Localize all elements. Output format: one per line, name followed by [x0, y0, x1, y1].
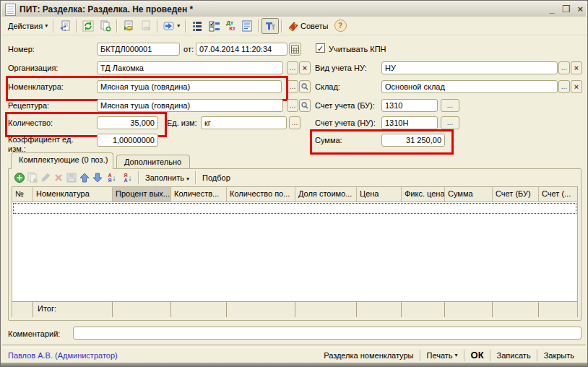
- tips-label: Советы: [301, 22, 328, 30]
- delete-icon: [53, 172, 64, 184]
- sum-input[interactable]: 31 250,00: [381, 134, 445, 147]
- account-nu-input[interactable]: 1310Н: [381, 116, 438, 129]
- date-label: от:: [183, 45, 194, 53]
- maximize-button[interactable]: ❒: [562, 4, 571, 14]
- unit-input[interactable]: кг: [201, 116, 287, 129]
- end-edit-button[interactable]: [65, 172, 78, 184]
- sort-asc-button[interactable]: АЯ↓: [104, 172, 120, 184]
- number-label: Номер:: [8, 45, 35, 53]
- col-number[interactable]: №: [12, 187, 33, 202]
- warehouse-label: Склад:: [315, 82, 340, 91]
- org-label: Организация:: [8, 64, 58, 72]
- nomenclature-open-button[interactable]: [299, 80, 311, 93]
- help-button[interactable]: ?: [332, 18, 350, 34]
- qty-input[interactable]: 35,000: [97, 116, 158, 129]
- comment-input[interactable]: [73, 327, 581, 340]
- org-input[interactable]: ТД Лакомка: [97, 61, 283, 74]
- unpost-doc-icon: [140, 20, 152, 32]
- col-cost-share[interactable]: Доля стоимо...: [295, 187, 357, 202]
- refresh-button[interactable]: [79, 18, 97, 34]
- add-row-button[interactable]: [13, 172, 26, 184]
- save-close-button[interactable]: [56, 18, 74, 34]
- title-bar: ПИТ: Разделка: Разделка. Не проведен * _…: [2, 2, 586, 17]
- help-icon: ?: [334, 20, 347, 32]
- svg-text:?: ?: [293, 22, 298, 29]
- fill-button[interactable]: Заполнить▾: [142, 173, 193, 182]
- nu-kind-clear-button[interactable]: ×: [571, 61, 582, 74]
- sort-asc-icon: АЯ↓: [108, 173, 116, 183]
- total-label: Итог:: [33, 302, 113, 317]
- recipe-select-button[interactable]: ...: [287, 99, 298, 112]
- col-quantity[interactable]: Количеств...: [171, 187, 227, 202]
- main-toolbar: Действия ▾ ▾: [2, 17, 586, 35]
- date-input[interactable]: 07.04.2014 11:20:34: [196, 43, 287, 56]
- refresh-icon: [82, 20, 94, 32]
- razdelka-nomenclature-button[interactable]: Разделка номенклатуры: [318, 351, 419, 360]
- warehouse-select-button[interactable]: ...: [558, 80, 570, 93]
- coef-label: Коэффициент ед. изм.:: [8, 135, 89, 154]
- recipe-open-button[interactable]: [299, 99, 311, 112]
- tab-components[interactable]: Комплектующие (0 поз.): [11, 152, 113, 169]
- tab-additional[interactable]: Дополнительно: [116, 155, 190, 169]
- visibility-settings-button[interactable]: [206, 18, 223, 34]
- checkbox-list-icon: [209, 20, 220, 32]
- kpn-checkbox[interactable]: ✓: [316, 43, 325, 53]
- components-pane: АЯ↓ ЯА↓ Заполнить▾ Подбор № Номенклатура…: [8, 168, 581, 321]
- org-select-button[interactable]: ...: [287, 61, 298, 74]
- unit-label: Ед. изм:: [167, 118, 197, 127]
- nu-kind-input[interactable]: НУ: [381, 61, 558, 74]
- type-filter-button[interactable]: [261, 18, 279, 34]
- col-nomenclature[interactable]: Номенклатура: [33, 187, 113, 202]
- list-settings-button[interactable]: [189, 18, 206, 34]
- col-quantity-by[interactable]: Количество по...: [227, 187, 295, 202]
- account-nu-select-button[interactable]: ...: [441, 116, 459, 129]
- col-sum[interactable]: Сумма: [445, 187, 493, 202]
- account-bu-input[interactable]: 1310: [381, 99, 438, 112]
- print-button[interactable]: Печать▾: [421, 351, 464, 360]
- unit-select-button[interactable]: ...: [289, 116, 301, 129]
- org-clear-button[interactable]: ×: [299, 61, 311, 74]
- col-account-bu[interactable]: Счет (БУ): [493, 187, 539, 202]
- col-price[interactable]: Цена: [357, 187, 402, 202]
- number-input[interactable]: БКТДЛ000001: [97, 43, 180, 56]
- coef-input[interactable]: 1,00000000: [97, 134, 158, 147]
- close-form-button[interactable]: Закрыть: [538, 351, 580, 360]
- ok-button[interactable]: ОК: [465, 350, 490, 360]
- report-button[interactable]: [238, 18, 256, 34]
- recipe-input[interactable]: Мясная туша (говядина): [97, 99, 283, 112]
- minimize-button[interactable]: _: [550, 4, 555, 14]
- tips-book-icon: ?: [287, 20, 299, 32]
- col-percent[interactable]: Процент вых...: [113, 187, 171, 202]
- dtkt-postings-button[interactable]: ДтКт: [223, 18, 238, 34]
- copy-button[interactable]: [97, 18, 114, 34]
- col-fixed-price[interactable]: Фикс. цена: [402, 187, 445, 202]
- sort-desc-button[interactable]: ЯА↓: [120, 172, 136, 184]
- end-edit-icon: [66, 172, 77, 184]
- actions-menu-button[interactable]: Действия ▾: [5, 18, 51, 34]
- edit-row-button[interactable]: [39, 172, 52, 184]
- warehouse-input[interactable]: Основной склад: [381, 80, 558, 93]
- post-document-button[interactable]: [120, 18, 137, 34]
- copy-row-button[interactable]: [26, 172, 39, 184]
- move-down-button[interactable]: [91, 172, 104, 184]
- account-nu-label: Счет учета (НУ):: [315, 118, 376, 127]
- table-body[interactable]: [12, 202, 577, 301]
- unpost-document-button[interactable]: [137, 18, 155, 34]
- warehouse-clear-button[interactable]: ×: [571, 80, 582, 93]
- close-button[interactable]: ×: [577, 4, 583, 14]
- account-bu-select-button[interactable]: ...: [441, 99, 459, 112]
- nu-kind-label: Вид учета НУ:: [315, 64, 367, 72]
- nomenclature-input[interactable]: Мясная туша (говядина): [97, 80, 282, 93]
- pick-button[interactable]: Подбор: [199, 173, 234, 182]
- delete-row-button[interactable]: [52, 172, 65, 184]
- nomenclature-select-button[interactable]: ...: [287, 80, 298, 93]
- col-account-nu[interactable]: Счет (...: [539, 187, 576, 202]
- goto-button[interactable]: ▾: [160, 18, 183, 34]
- calendar-button[interactable]: [289, 43, 301, 56]
- write-button[interactable]: Записать: [491, 351, 537, 360]
- move-up-button[interactable]: [78, 172, 91, 184]
- user-link[interactable]: Павлов А.В. (Администратор): [8, 351, 118, 360]
- nu-kind-select-button[interactable]: ...: [558, 61, 570, 74]
- table-cursor-row[interactable]: [13, 203, 576, 214]
- tips-button[interactable]: ? Советы: [285, 18, 331, 34]
